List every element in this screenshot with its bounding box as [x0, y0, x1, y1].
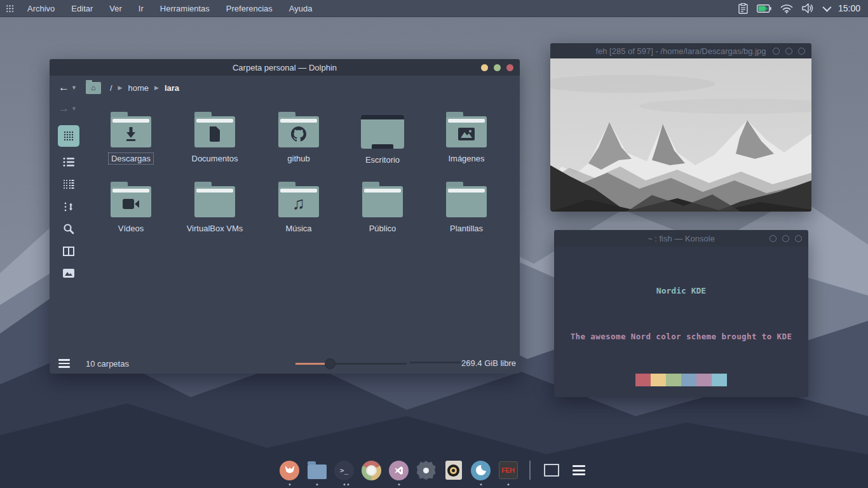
menu-archivo[interactable]: Archivo — [19, 0, 63, 17]
videos-folder-icon — [111, 186, 151, 217]
konsole-titlebar[interactable]: ~ : fish — Konsole — [554, 230, 808, 247]
firefox-launcher[interactable] — [280, 460, 300, 480]
folder-grid: Descargas Documentos github Escr — [89, 109, 516, 248]
dolphin-titlebar[interactable]: Carpeta personal — Dolphin — [50, 59, 520, 76]
back-button[interactable]: ← — [58, 81, 69, 94]
wifi-icon[interactable] — [780, 4, 793, 13]
chevron-down-icon[interactable] — [822, 3, 831, 12]
icons-view-button[interactable] — [58, 125, 79, 147]
chromium-launcher[interactable] — [362, 460, 382, 480]
minimize-button[interactable] — [770, 235, 776, 242]
split-view-button[interactable] — [62, 244, 76, 258]
download-icon — [123, 126, 139, 142]
folder-item-documentos[interactable]: Documentos — [173, 109, 257, 179]
maximize-button[interactable] — [494, 64, 501, 71]
close-button[interactable] — [506, 64, 513, 71]
folder-label: Escritorio — [363, 154, 402, 165]
zoom-slider[interactable] — [295, 358, 407, 369]
show-desktop-icon — [544, 464, 559, 477]
show-desktop-button[interactable] — [541, 460, 562, 480]
github-icon — [290, 125, 308, 143]
folder-item-musica[interactable]: ♫ Música — [257, 179, 341, 248]
breadcrumb-lara[interactable]: lara — [165, 83, 179, 93]
folder-item-imagenes[interactable]: Imágenes — [424, 109, 508, 179]
swatch-green — [666, 374, 681, 386]
sort-button[interactable] — [62, 200, 76, 214]
statusbar-menu-icon[interactable] — [58, 359, 70, 368]
menu-editar[interactable]: Editar — [63, 0, 101, 17]
forward-button[interactable]: → — [58, 102, 69, 115]
menu-ir[interactable]: Ir — [130, 0, 152, 17]
menu-preferencias[interactable]: Preferencias — [218, 0, 281, 17]
list-view-button[interactable] — [62, 155, 76, 169]
document-icon — [208, 126, 222, 142]
terminal-output[interactable]: Nordic KDE The awesome Nord color scheme… — [554, 247, 808, 397]
folder-item-virtualbox[interactable]: VirtualBox VMs — [173, 179, 257, 248]
folder-item-plantillas[interactable]: Plantillas — [424, 179, 508, 248]
chromium-icon — [362, 461, 381, 480]
folder-label: Plantillas — [447, 223, 485, 234]
home-breadcrumb-button[interactable]: ⌂ — [86, 82, 101, 94]
feh-titlebar[interactable]: feh [285 of 597] - /home/lara/Descargas/… — [550, 43, 811, 58]
clipboard-icon[interactable] — [738, 3, 748, 14]
menu-herramientas[interactable]: Herramientas — [152, 0, 218, 17]
plain-folder-icon — [446, 186, 487, 217]
folder-label: VirtualBox VMs — [184, 223, 246, 234]
folder-item-videos[interactable]: Vídeos — [89, 179, 173, 248]
close-button[interactable] — [798, 48, 805, 55]
swatch-yellow — [651, 374, 666, 386]
back-history-caret-icon[interactable]: ▼ — [71, 85, 77, 91]
folder-item-publico[interactable]: Público — [341, 179, 424, 248]
search-button[interactable] — [62, 222, 76, 236]
documents-folder-icon — [194, 116, 235, 147]
forward-history-caret-icon[interactable]: ▼ — [71, 105, 77, 112]
color-swatches — [635, 374, 727, 386]
settings-launcher[interactable] — [416, 460, 437, 480]
terminal-icon: >_ — [334, 461, 354, 480]
breadcrumb-home[interactable]: home — [128, 83, 149, 93]
clock[interactable]: 15:00 — [838, 3, 860, 13]
feh-image-mountains — [550, 58, 811, 212]
vscode-icon — [389, 461, 409, 480]
menu-ayuda[interactable]: Ayuda — [281, 0, 321, 17]
vscode-launcher[interactable] — [389, 460, 409, 480]
free-space-label: 269.4 GiB libre — [461, 358, 516, 368]
github-folder-icon — [278, 116, 319, 147]
folder-label: Vídeos — [116, 223, 146, 234]
breadcrumb-separator-icon: ▶ — [154, 85, 159, 91]
minimize-button[interactable] — [481, 64, 488, 71]
file-manager-launcher[interactable] — [307, 460, 327, 480]
details-view-button[interactable] — [62, 177, 76, 191]
minimize-button[interactable] — [773, 48, 780, 55]
maximize-button[interactable] — [785, 48, 792, 55]
zoom-slider-knob[interactable] — [325, 358, 336, 369]
terminal-subtitle: The awesome Nord color scheme brought to… — [554, 332, 808, 341]
menu-ver[interactable]: Ver — [101, 0, 130, 17]
dock: >_ FEH — [0, 452, 868, 488]
plain-folder-icon — [194, 186, 235, 217]
preview-button[interactable] — [62, 266, 76, 280]
media-player-launcher[interactable] — [444, 460, 464, 480]
forward-nav: → ▼ — [58, 102, 86, 115]
folder-item-escritorio[interactable]: Escritorio — [341, 109, 424, 179]
app-launcher-button[interactable] — [0, 0, 19, 17]
dock-menu-button[interactable] — [569, 460, 589, 480]
breadcrumb-root[interactable]: / — [110, 83, 112, 93]
folder-count: 10 carpetas — [86, 359, 129, 369]
close-button[interactable] — [795, 235, 802, 242]
swatch-purple — [696, 374, 712, 386]
feh-launcher[interactable]: FEH — [498, 460, 519, 480]
folder-item-descargas[interactable]: Descargas — [89, 109, 173, 179]
dolphin-toolbar: ← ▼ ⌂ / ▶ home ▶ lara — [50, 76, 520, 100]
chat-app-launcher[interactable] — [471, 460, 491, 480]
gear-icon — [417, 461, 436, 480]
konsole-launcher[interactable]: >_ — [334, 460, 355, 480]
folder-label: Imágenes — [445, 153, 487, 164]
folder-label: github — [285, 153, 312, 164]
speaker-icon — [445, 461, 462, 480]
volume-icon[interactable] — [802, 3, 814, 13]
maximize-button[interactable] — [782, 235, 789, 242]
folder-item-github[interactable]: github — [257, 109, 341, 179]
battery-icon[interactable] — [757, 4, 771, 13]
folder-label: Música — [283, 223, 314, 234]
